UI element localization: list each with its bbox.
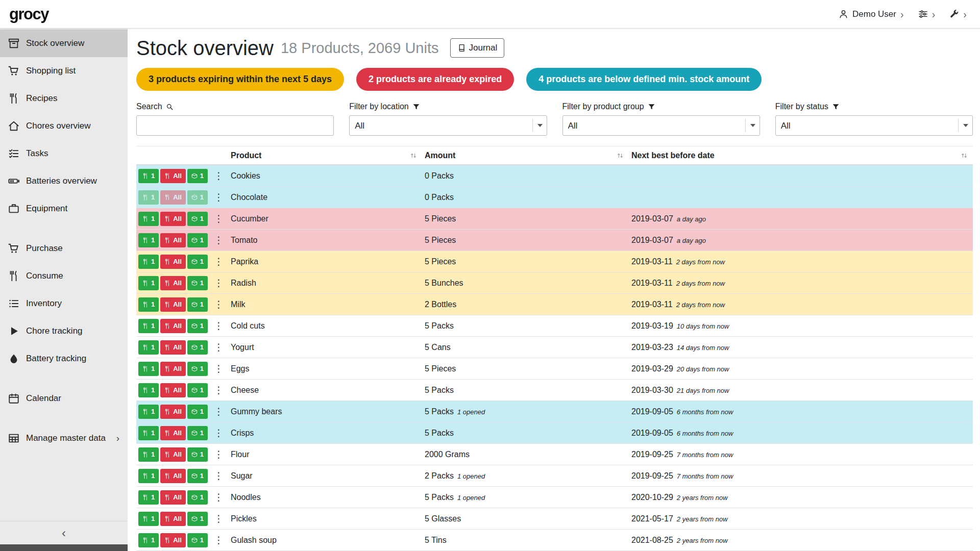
sort-icon[interactable] bbox=[410, 152, 417, 159]
row-menu-kebab-icon[interactable]: ⋮ bbox=[214, 321, 224, 331]
consume-one-button[interactable]: 1 bbox=[138, 512, 159, 526]
search-input[interactable] bbox=[136, 115, 334, 136]
row-menu-kebab-icon[interactable]: ⋮ bbox=[214, 428, 224, 438]
admin-menu[interactable]: › bbox=[949, 9, 967, 19]
location-select[interactable]: All bbox=[349, 115, 547, 136]
sidebar-item-inventory[interactable]: Inventory bbox=[0, 290, 128, 317]
sidebar-item-chores-overview[interactable]: Chores overview bbox=[0, 112, 128, 140]
column-header-amount[interactable]: Amount bbox=[422, 146, 629, 164]
consume-one-button[interactable]: 1 bbox=[138, 447, 159, 462]
consume-all-button[interactable]: All bbox=[160, 255, 186, 269]
open-one-button[interactable]: 1 bbox=[187, 405, 208, 419]
sidebar-item-stock-overview[interactable]: Stock overview bbox=[0, 30, 128, 57]
consume-one-button[interactable]: 1 bbox=[138, 426, 159, 440]
row-menu-kebab-icon[interactable]: ⋮ bbox=[214, 257, 224, 266]
consume-all-button[interactable]: All bbox=[160, 405, 186, 419]
consume-all-button[interactable]: All bbox=[160, 212, 186, 226]
settings-menu[interactable]: › bbox=[918, 9, 936, 19]
consume-all-button[interactable]: All bbox=[160, 512, 186, 526]
consume-all-button[interactable]: All bbox=[160, 426, 186, 440]
sidebar-item-battery-tracking[interactable]: Battery tracking bbox=[0, 345, 128, 372]
row-menu-kebab-icon[interactable]: ⋮ bbox=[214, 514, 224, 523]
row-menu-kebab-icon[interactable]: ⋮ bbox=[214, 364, 224, 373]
alert-below-min-stock[interactable]: 4 products are below defined min. stock … bbox=[526, 68, 762, 91]
sidebar-item-chore-tracking[interactable]: Chore tracking bbox=[0, 317, 128, 345]
open-one-button[interactable]: 1 bbox=[187, 512, 208, 526]
consume-all-button[interactable]: All bbox=[160, 383, 186, 397]
consume-one-button[interactable]: 1 bbox=[138, 233, 159, 247]
consume-all-button[interactable]: All bbox=[160, 447, 186, 462]
row-menu-kebab-icon[interactable]: ⋮ bbox=[214, 278, 224, 288]
open-one-button[interactable]: 1 bbox=[187, 190, 208, 205]
consume-all-button[interactable]: All bbox=[160, 469, 186, 483]
column-header-product[interactable]: Product bbox=[228, 146, 422, 164]
consume-one-button[interactable]: 1 bbox=[138, 297, 159, 312]
consume-all-button[interactable]: All bbox=[160, 190, 186, 205]
open-one-button[interactable]: 1 bbox=[187, 469, 208, 483]
consume-one-button[interactable]: 1 bbox=[138, 212, 159, 226]
open-one-button[interactable]: 1 bbox=[187, 255, 208, 269]
sidebar-item-purchase[interactable]: Purchase bbox=[0, 235, 128, 262]
product-group-select[interactable]: All bbox=[562, 115, 760, 136]
consume-all-button[interactable]: All bbox=[160, 233, 186, 247]
consume-all-button[interactable]: All bbox=[160, 319, 186, 333]
status-select[interactable]: All bbox=[775, 115, 973, 136]
sidebar-item-shopping-list[interactable]: Shopping list bbox=[0, 57, 128, 85]
user-menu[interactable]: Demo User › bbox=[839, 9, 904, 19]
open-one-button[interactable]: 1 bbox=[187, 426, 208, 440]
sidebar-item-consume[interactable]: Consume bbox=[0, 262, 128, 290]
row-menu-kebab-icon[interactable]: ⋮ bbox=[214, 299, 224, 309]
sort-icon[interactable] bbox=[961, 152, 968, 159]
consume-one-button[interactable]: 1 bbox=[138, 190, 159, 205]
open-one-button[interactable]: 1 bbox=[187, 447, 208, 462]
row-menu-kebab-icon[interactable]: ⋮ bbox=[214, 535, 224, 545]
open-one-button[interactable]: 1 bbox=[187, 319, 208, 333]
row-menu-kebab-icon[interactable]: ⋮ bbox=[214, 449, 224, 459]
row-menu-kebab-icon[interactable]: ⋮ bbox=[214, 407, 224, 416]
consume-one-button[interactable]: 1 bbox=[138, 169, 159, 183]
journal-button[interactable]: Journal bbox=[450, 38, 505, 58]
alert-expiring[interactable]: 3 products expiring within the next 5 da… bbox=[136, 68, 344, 91]
row-menu-kebab-icon[interactable]: ⋮ bbox=[214, 385, 224, 395]
sidebar-item-equipment[interactable]: Equipment bbox=[0, 195, 128, 222]
row-menu-kebab-icon[interactable]: ⋮ bbox=[214, 214, 224, 223]
grocy-logo[interactable]: grocy bbox=[9, 5, 48, 23]
consume-one-button[interactable]: 1 bbox=[138, 533, 159, 547]
consume-one-button[interactable]: 1 bbox=[138, 319, 159, 333]
consume-one-button[interactable]: 1 bbox=[138, 490, 159, 505]
consume-all-button[interactable]: All bbox=[160, 169, 186, 183]
consume-one-button[interactable]: 1 bbox=[138, 340, 159, 355]
alert-expired[interactable]: 2 products are already expired bbox=[356, 68, 514, 91]
consume-one-button[interactable]: 1 bbox=[138, 255, 159, 269]
consume-one-button[interactable]: 1 bbox=[138, 276, 159, 290]
open-one-button[interactable]: 1 bbox=[187, 533, 208, 547]
sidebar-item-recipes[interactable]: Recipes bbox=[0, 85, 128, 112]
consume-one-button[interactable]: 1 bbox=[138, 405, 159, 419]
consume-all-button[interactable]: All bbox=[160, 490, 186, 505]
open-one-button[interactable]: 1 bbox=[187, 297, 208, 312]
open-one-button[interactable]: 1 bbox=[187, 169, 208, 183]
column-header-date[interactable]: Next best before date bbox=[629, 146, 973, 164]
sidebar-item-manage-master-data[interactable]: Manage master data › bbox=[0, 424, 128, 452]
consume-one-button[interactable]: 1 bbox=[138, 469, 159, 483]
row-menu-kebab-icon[interactable]: ⋮ bbox=[214, 342, 224, 352]
consume-all-button[interactable]: All bbox=[160, 533, 186, 547]
sidebar-item-batteries-overview[interactable]: Batteries overview bbox=[0, 167, 128, 195]
consume-one-button[interactable]: 1 bbox=[138, 362, 159, 376]
consume-all-button[interactable]: All bbox=[160, 276, 186, 290]
sidebar-collapse-button[interactable]: ‹ bbox=[0, 521, 128, 544]
consume-all-button[interactable]: All bbox=[160, 362, 186, 376]
open-one-button[interactable]: 1 bbox=[187, 233, 208, 247]
open-one-button[interactable]: 1 bbox=[187, 490, 208, 505]
row-menu-kebab-icon[interactable]: ⋮ bbox=[214, 171, 224, 181]
row-menu-kebab-icon[interactable]: ⋮ bbox=[214, 492, 224, 502]
open-one-button[interactable]: 1 bbox=[187, 340, 208, 355]
row-menu-kebab-icon[interactable]: ⋮ bbox=[214, 192, 224, 202]
open-one-button[interactable]: 1 bbox=[187, 362, 208, 376]
row-menu-kebab-icon[interactable]: ⋮ bbox=[214, 471, 224, 481]
consume-all-button[interactable]: All bbox=[160, 340, 186, 355]
sidebar-item-calendar[interactable]: Calendar bbox=[0, 385, 128, 412]
open-one-button[interactable]: 1 bbox=[187, 212, 208, 226]
open-one-button[interactable]: 1 bbox=[187, 383, 208, 397]
row-menu-kebab-icon[interactable]: ⋮ bbox=[214, 235, 224, 245]
